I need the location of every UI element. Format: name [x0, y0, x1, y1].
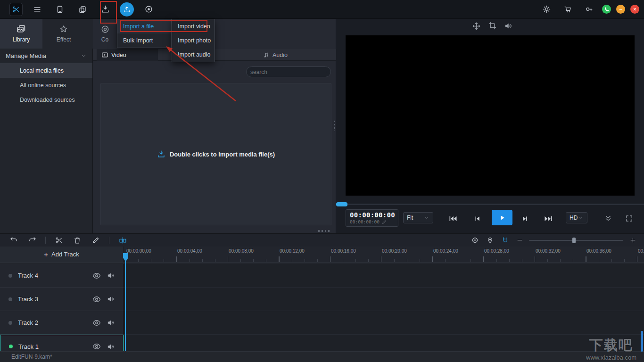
keyframe-record-button[interactable]: [470, 235, 480, 246]
track2-header[interactable]: Track 2: [0, 311, 124, 335]
play-button[interactable]: [492, 210, 512, 225]
timeline-zoom-slider[interactable]: [529, 237, 623, 244]
delete-button[interactable]: [72, 235, 83, 246]
timecode-current: 00:00:00:00: [350, 211, 394, 219]
zoom-out-button[interactable]: [515, 236, 524, 245]
sidebar-item-downloaded-sources[interactable]: Downloaded sources: [0, 92, 92, 107]
snap-toggle-button[interactable]: [500, 235, 510, 246]
preview-screen[interactable]: [346, 35, 635, 196]
split-icon: [119, 236, 127, 244]
eye-icon: [92, 295, 101, 304]
media-tab-audio[interactable]: Audio: [258, 49, 302, 61]
panel-resize-handle-vertical[interactable]: [334, 121, 335, 131]
contact-support-button[interactable]: [602, 5, 611, 14]
ruler-label: 00:00:36,00: [586, 248, 611, 254]
license-button[interactable]: [581, 1, 597, 17]
track-name: Track 2: [18, 319, 87, 326]
main-menu-button[interactable]: [29, 1, 45, 17]
cut-button[interactable]: [54, 235, 64, 246]
tab-library[interactable]: Library: [0, 19, 42, 49]
track-visibility-toggle[interactable]: [92, 295, 101, 304]
media-tab-video[interactable]: Video: [97, 49, 158, 61]
timeline-tracks: Track 4 Track 3 Track 2: [0, 263, 644, 351]
split-button[interactable]: [117, 235, 128, 246]
skip-to-end-button[interactable]: [543, 213, 554, 224]
search-input[interactable]: [250, 69, 323, 75]
cart-icon: [564, 5, 572, 13]
seek-thumb[interactable]: [336, 202, 347, 206]
move-icon[interactable]: [472, 22, 481, 31]
chevron-down-icon: [424, 215, 429, 221]
seek-track[interactable]: [336, 204, 644, 205]
settings-button[interactable]: [538, 1, 554, 17]
panel-nav-tabs: Library Effect: [0, 19, 93, 49]
manage-media-dropdown[interactable]: Manage Media: [0, 49, 92, 63]
preview-tools: [472, 22, 512, 31]
panel-resize-handle-horizontal[interactable]: [318, 230, 330, 232]
track1-lane[interactable]: [124, 335, 644, 351]
menu-item-import-photo[interactable]: Import photo: [172, 33, 215, 48]
fit-select[interactable]: Fit: [403, 212, 433, 223]
import-menu: Import a file Bulk Import: [117, 19, 172, 48]
track-mute-toggle[interactable]: [107, 343, 115, 351]
vertical-scrollbar[interactable]: [641, 331, 643, 352]
edit-timecode-icon[interactable]: [382, 220, 387, 224]
track-mute-toggle[interactable]: [107, 272, 115, 280]
add-marker-button[interactable]: [485, 235, 495, 246]
track2-lane[interactable]: [124, 311, 644, 335]
toolbar-divider: [109, 237, 109, 244]
tab-effect[interactable]: Effect: [42, 19, 85, 49]
track3-header[interactable]: Track 3: [0, 288, 124, 311]
time-ruler[interactable]: 00:00:00,00 00:00:04,00 00:00:08,00 00:0…: [124, 247, 644, 263]
copy-icon: [78, 5, 87, 14]
zoom-slider-handle[interactable]: [572, 238, 576, 243]
save-project-button[interactable]: [52, 1, 68, 17]
track4-lane[interactable]: [124, 264, 644, 288]
quality-select[interactable]: HD: [566, 212, 587, 223]
previous-frame-button[interactable]: [472, 213, 483, 224]
sidebar-item-online-sources[interactable]: All online sources: [0, 78, 92, 92]
fullscreen-button[interactable]: [623, 212, 635, 224]
undo-button[interactable]: [8, 235, 19, 246]
track-visibility-toggle[interactable]: [92, 272, 101, 280]
screen-record-button[interactable]: [140, 1, 157, 17]
close-button[interactable]: ×: [630, 5, 639, 14]
import-media-button[interactable]: [97, 1, 113, 17]
track-row: Track 4: [0, 264, 644, 288]
track-mute-toggle[interactable]: [107, 295, 115, 303]
ruler-label: 00:00:12,00: [280, 248, 305, 254]
track-visibility-toggle[interactable]: [92, 342, 101, 351]
media-dropzone[interactable]: Double clicks to import media file(s): [100, 83, 331, 225]
store-button[interactable]: [560, 1, 576, 17]
volume-icon[interactable]: [504, 22, 512, 30]
zoom-in-button[interactable]: [628, 236, 637, 245]
menu-item-import-a-file[interactable]: Import a file: [117, 19, 171, 33]
key-icon: [585, 5, 593, 13]
export-project-button[interactable]: [74, 1, 91, 17]
redo-button[interactable]: [27, 235, 37, 246]
track-mute-toggle[interactable]: [107, 319, 115, 327]
share-upload-button[interactable]: [120, 2, 134, 16]
search-icon[interactable]: [326, 69, 327, 75]
track3-lane[interactable]: [124, 288, 644, 311]
track-visibility-toggle[interactable]: [92, 319, 101, 327]
minimize-button[interactable]: −: [616, 5, 625, 14]
track4-header[interactable]: Track 4: [0, 264, 124, 288]
collapse-preview-button[interactable]: [602, 212, 614, 224]
track1-header[interactable]: Track 1: [0, 335, 124, 351]
skip-to-start-button[interactable]: [447, 213, 459, 224]
next-frame-icon: [520, 214, 529, 223]
sidebar-item-label: All online sources: [20, 82, 66, 89]
import-submenu: Import video Import photo Import audio: [172, 19, 215, 62]
edit-button[interactable]: [91, 235, 101, 246]
menu-item-bulk-import[interactable]: Bulk Import: [117, 33, 171, 48]
sidebar-item-local-media[interactable]: Local media files: [0, 63, 92, 78]
menu-item-import-video[interactable]: Import video: [172, 19, 215, 33]
tab-co-partial[interactable]: Co: [93, 19, 117, 49]
topbar: − ×: [0, 0, 644, 19]
next-frame-button[interactable]: [519, 213, 530, 224]
tab-library-label: Library: [13, 36, 30, 43]
add-track-button[interactable]: + Add Track: [0, 247, 124, 263]
menu-item-import-audio[interactable]: Import audio: [172, 48, 215, 62]
crop-icon[interactable]: [488, 22, 496, 30]
